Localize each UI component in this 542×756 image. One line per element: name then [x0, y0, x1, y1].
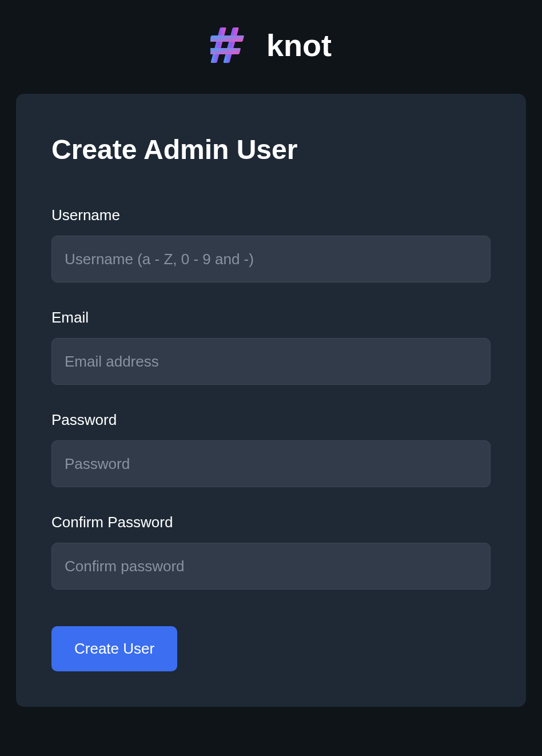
username-input[interactable]: [51, 236, 491, 282]
confirm-password-label: Confirm Password: [51, 514, 491, 531]
svg-rect-1: [223, 27, 239, 63]
svg-rect-2: [210, 35, 244, 42]
confirm-password-input[interactable]: [51, 543, 491, 590]
svg-rect-3: [210, 48, 241, 54]
email-input[interactable]: [51, 338, 491, 385]
hash-logo-icon: [210, 25, 250, 65]
confirm-password-group: Confirm Password: [51, 514, 491, 590]
create-admin-card: Create Admin User Username Email Passwor…: [16, 94, 526, 707]
page-title: Create Admin User: [51, 134, 491, 165]
password-input[interactable]: [51, 440, 491, 487]
email-group: Email: [51, 309, 491, 385]
email-label: Email: [51, 309, 491, 327]
header: knot: [0, 0, 542, 94]
password-label: Password: [51, 411, 491, 429]
app-name: knot: [266, 27, 332, 63]
svg-rect-0: [210, 27, 226, 63]
password-group: Password: [51, 411, 491, 487]
username-group: Username: [51, 206, 491, 282]
create-user-button[interactable]: Create User: [51, 626, 177, 671]
username-label: Username: [51, 206, 491, 224]
